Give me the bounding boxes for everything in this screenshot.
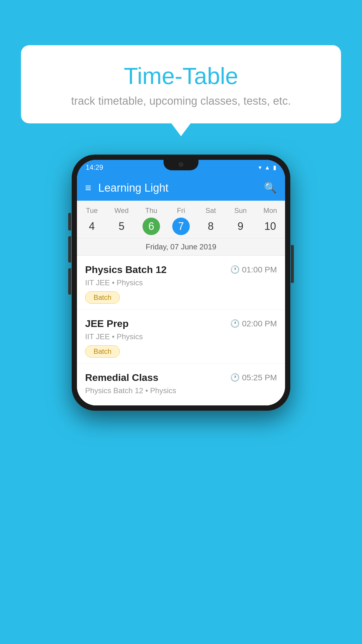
cal-day-number[interactable]: 8	[202, 218, 219, 235]
app-title: Learning Light	[98, 182, 257, 194]
status-icons: ▾ ▲ ▮	[259, 164, 276, 171]
cal-day-name: Tue	[86, 206, 98, 215]
calendar-day-col[interactable]: Thu6	[138, 206, 164, 235]
class-time: 🕐01:00 PM	[230, 265, 277, 274]
side-button-vol-down[interactable]	[68, 268, 71, 295]
menu-icon[interactable]: ≡	[85, 182, 91, 194]
class-card[interactable]: Physics Batch 12🕐01:00 PMIIT JEE • Physi…	[77, 256, 285, 310]
selected-date-label: Friday, 07 June 2019	[77, 238, 285, 256]
cal-day-number[interactable]: 6	[143, 218, 160, 235]
class-card[interactable]: JEE Prep🕐02:00 PMIIT JEE • PhysicsBatch	[77, 310, 285, 364]
phone-mockup: 14:29 ▾ ▲ ▮ ≡ Learning Light 🔍 Tue4Wed5	[72, 155, 290, 411]
cal-day-name: Wed	[115, 206, 129, 215]
class-name: JEE Prep	[85, 318, 129, 329]
time-text: 05:25 PM	[242, 373, 277, 382]
calendar-day-col[interactable]: Wed5	[108, 206, 135, 235]
calendar-day-col[interactable]: Sat8	[198, 206, 224, 235]
search-icon[interactable]: 🔍	[264, 182, 277, 194]
wifi-icon: ▾	[259, 164, 261, 171]
clock-icon: 🕐	[230, 319, 240, 328]
class-meta: IIT JEE • Physics	[85, 332, 277, 341]
calendar-day-col[interactable]: Fri7	[168, 206, 194, 235]
cal-day-number[interactable]: 7	[172, 218, 190, 235]
class-time: 🕐02:00 PM	[230, 319, 277, 328]
cal-day-number[interactable]: 4	[83, 218, 101, 235]
side-button-vol-indicator	[68, 213, 71, 230]
signal-icon: ▲	[264, 164, 270, 171]
side-button-vol-up[interactable]	[68, 236, 71, 262]
calendar-day-col[interactable]: Mon10	[257, 206, 283, 235]
cal-day-name: Sun	[234, 206, 247, 215]
notch-camera	[179, 162, 183, 167]
status-time: 14:29	[86, 163, 103, 172]
cal-day-name: Fri	[177, 206, 185, 215]
app-bar: ≡ Learning Light 🔍	[77, 175, 285, 201]
cal-day-number[interactable]: 10	[261, 218, 279, 235]
class-name: Physics Batch 12	[85, 264, 167, 275]
cal-day-number[interactable]: 9	[232, 218, 249, 235]
status-bar: 14:29 ▾ ▲ ▮	[77, 160, 285, 175]
clock-icon: 🕐	[230, 265, 240, 274]
calendar-day-col[interactable]: Sun9	[227, 206, 254, 235]
calendar-week: Tue4Wed5Thu6Fri7Sat8Sun9Mon10	[77, 201, 285, 238]
cal-day-name: Thu	[145, 206, 157, 215]
cal-day-number[interactable]: 5	[113, 218, 130, 235]
phone-outer: 14:29 ▾ ▲ ▮ ≡ Learning Light 🔍 Tue4Wed5	[72, 155, 290, 411]
speech-bubble-section: Time-Table track timetable, upcoming cla…	[21, 45, 341, 123]
class-time: 🕐05:25 PM	[230, 373, 277, 382]
speech-bubble: Time-Table track timetable, upcoming cla…	[21, 45, 341, 123]
class-card[interactable]: Remedial Class🕐05:25 PMPhysics Batch 12 …	[77, 364, 285, 405]
bubble-subtitle: track timetable, upcoming classes, tests…	[38, 95, 324, 107]
class-name: Remedial Class	[85, 372, 158, 383]
phone-screen: 14:29 ▾ ▲ ▮ ≡ Learning Light 🔍 Tue4Wed5	[77, 160, 285, 405]
phone-notch	[164, 160, 198, 170]
bubble-title: Time-Table	[38, 63, 324, 90]
batch-badge: Batch	[85, 345, 120, 358]
time-text: 01:00 PM	[242, 265, 277, 274]
class-meta: Physics Batch 12 • Physics	[85, 386, 277, 395]
time-text: 02:00 PM	[242, 319, 277, 328]
side-button-power[interactable]	[291, 245, 294, 283]
cal-day-name: Mon	[263, 206, 277, 215]
batch-badge: Batch	[85, 291, 120, 304]
cal-day-name: Sat	[205, 206, 216, 215]
class-meta: IIT JEE • Physics	[85, 278, 277, 287]
calendar-day-col[interactable]: Tue4	[79, 206, 105, 235]
clock-icon: 🕐	[230, 373, 240, 382]
battery-icon: ▮	[273, 164, 276, 171]
classes-list: Physics Batch 12🕐01:00 PMIIT JEE • Physi…	[77, 256, 285, 405]
